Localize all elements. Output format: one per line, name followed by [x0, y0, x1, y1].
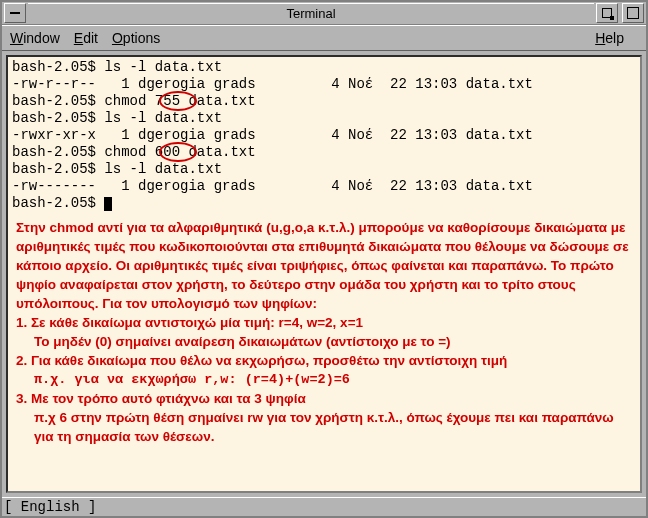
terminal-line: bash-2.05$ ls -l data.txt — [12, 161, 636, 178]
titlebar: Terminal — [2, 2, 646, 25]
annotation-item-2: 2. Για κάθε δικαίωμα που θέλω να εκχωρήσ… — [16, 351, 634, 370]
terminal-line: bash-2.05$ ls -l data.txt — [12, 59, 636, 76]
terminal-line: bash-2.05$ — [12, 195, 636, 212]
annotation-item-3b: π.χ 6 στην πρώτη θέση σημαίνει rw για το… — [16, 408, 634, 446]
terminal-line: -rw------- 1 dgerogia grads 4 Νοέ 22 13:… — [12, 178, 636, 195]
terminal-line: bash-2.05$ chmod 755 data.txt — [12, 93, 636, 110]
annotation-item-1b: Το μηδέν (0) σημαίνει αναίρεση δικαιωμάτ… — [16, 332, 634, 351]
minimize-button[interactable] — [596, 3, 618, 23]
status-text: [ English ] — [4, 499, 96, 515]
menu-options[interactable]: Options — [112, 30, 160, 46]
window-title: Terminal — [28, 3, 594, 24]
content-area: bash-2.05$ ls -l data.txt-rw-r--r-- 1 dg… — [6, 55, 642, 493]
menu-edit[interactable]: Edit — [74, 30, 98, 46]
annotation-item-2b: π.χ. για να εκχωρήσω r,w: (r=4)+(w=2)=6 — [16, 370, 634, 389]
annotation-box: Στην chmod αντί για τα αλφαριθμητικά (u,… — [8, 214, 640, 452]
annotation-item-3: 3. Με τον τρόπο αυτό φτιάχνω και τα 3 ψη… — [16, 389, 634, 408]
maximize-button[interactable] — [622, 3, 644, 23]
annotation-paragraph: Στην chmod αντί για τα αλφαριθμητικά (u,… — [16, 218, 634, 313]
terminal-window: Terminal Window Edit Options Help bash-2… — [0, 0, 648, 518]
terminal-line: bash-2.05$ ls -l data.txt — [12, 110, 636, 127]
annotation-item-1: 1. Σε κάθε δικαίωμα αντιστοιχώ μία τιμή:… — [16, 313, 634, 332]
terminal-line: -rwxr-xr-x 1 dgerogia grads 4 Νοέ 22 13:… — [12, 127, 636, 144]
menu-help[interactable]: Help — [595, 30, 624, 46]
menu-window[interactable]: Window — [10, 30, 60, 46]
status-bar: [ English ] — [2, 497, 646, 516]
terminal-output[interactable]: bash-2.05$ ls -l data.txt-rw-r--r-- 1 dg… — [8, 57, 640, 214]
menubar: Window Edit Options Help — [2, 25, 646, 51]
cursor — [104, 197, 112, 211]
system-menu-button[interactable] — [4, 3, 26, 23]
terminal-line: -rw-r--r-- 1 dgerogia grads 4 Νοέ 22 13:… — [12, 76, 636, 93]
terminal-line: bash-2.05$ chmod 600 data.txt — [12, 144, 636, 161]
